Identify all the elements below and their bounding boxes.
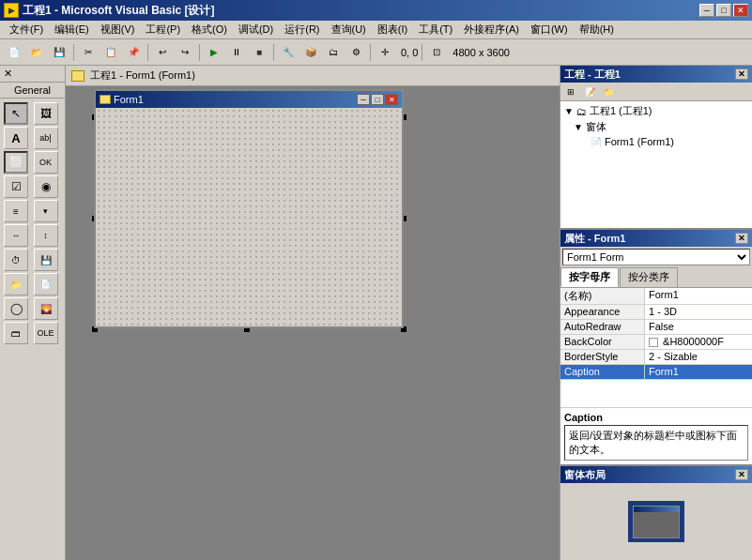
minimize-button[interactable]: ─	[699, 4, 714, 17]
maximize-button[interactable]: □	[716, 4, 731, 17]
toolbar-redo[interactable]: ↪	[175, 42, 195, 63]
tool-drive[interactable]: 💾	[34, 249, 58, 271]
tool-data[interactable]: 🗃	[4, 322, 28, 344]
props-key-backcolor: BackColor	[560, 335, 645, 349]
tool-dirlist[interactable]: 📁	[4, 273, 28, 295]
toolbar-pause[interactable]: ⏸	[226, 42, 247, 63]
tool-timer[interactable]: ⏱	[4, 249, 28, 271]
props-val-borderstyle: 2 - Sizable	[645, 350, 752, 364]
tool-optionbtn[interactable]: ◉	[34, 175, 58, 198]
props-row-caption[interactable]: Caption Form1	[560, 365, 752, 380]
props-row-name[interactable]: (名称) Form1	[560, 288, 752, 305]
menu-edit[interactable]: 编辑(E)	[49, 21, 95, 38]
tab-alphabetical[interactable]: 按字母序	[560, 267, 619, 287]
menu-query[interactable]: 查询(U)	[326, 21, 372, 38]
tab-category[interactable]: 按分类序	[620, 267, 678, 287]
tool-pointer[interactable]: ↖	[4, 102, 28, 125]
tool-listbox[interactable]: ≡	[4, 200, 28, 222]
tool-frame[interactable]: ⬜	[4, 151, 28, 174]
tree-forms-folder[interactable]: ▼ 窗体	[562, 119, 750, 135]
toolbar-sep5	[370, 44, 371, 61]
toolbar-run[interactable]: ▶	[204, 42, 224, 63]
project-close-btn[interactable]: ✕	[735, 68, 748, 80]
toolbox-grid: ↖ 🖼 A ab| ⬜ OK ☑ ◉ ≡ ▾ ↔ ↕ ⏱ 💾 📁 📄 ◯ 🌄 🗃…	[0, 98, 65, 348]
toolbar-btn7[interactable]: 🗂	[323, 42, 344, 63]
project-tb-view-code[interactable]: 📝	[581, 84, 598, 99]
tool-commandbtn[interactable]: OK	[34, 151, 58, 174]
props-row-autoredraw[interactable]: AutoRedraw False	[560, 320, 752, 335]
tool-hscroll[interactable]: ↔	[4, 224, 28, 247]
project-tb-view-object[interactable]: ⊞	[562, 84, 579, 99]
toolbar-coord: 0, 0	[401, 47, 418, 58]
menu-help[interactable]: 帮助(H)	[574, 21, 620, 38]
tree-form1-label: Form1 (Form1)	[605, 136, 674, 147]
toolbar-crosshair[interactable]: ✛	[375, 42, 395, 63]
props-selector-dropdown[interactable]: Form1 Form	[562, 249, 750, 265]
form-title-buttons: ─ □ ✕	[357, 94, 398, 105]
title-bar-buttons: ─ □ ✕	[699, 4, 748, 17]
toolbox-title: ✕	[4, 68, 12, 80]
toolbar-copy[interactable]: 📋	[100, 42, 121, 63]
toolbar-btn6[interactable]: 📦	[300, 42, 321, 63]
toolbox-label[interactable]: General	[0, 83, 65, 98]
tool-textbox[interactable]: ab|	[34, 127, 58, 149]
tool-filelist[interactable]: 📄	[34, 273, 58, 295]
tool-ole[interactable]: OLE	[34, 322, 58, 344]
menu-chart[interactable]: 图表(I)	[372, 21, 413, 38]
toolbar-btn8[interactable]: ⚙	[345, 42, 366, 63]
props-val-autoredraw: False	[645, 320, 752, 334]
tool-label[interactable]: A	[4, 127, 28, 149]
menu-format[interactable]: 格式(O)	[186, 21, 233, 38]
props-row-borderstyle[interactable]: BorderStyle 2 - Sizable	[560, 350, 752, 365]
size-label: 4800 x 3600	[453, 47, 510, 58]
designer-area[interactable]: 工程1 - Form1 (Form1) Form1 ─ □ ✕	[66, 66, 560, 560]
props-row-backcolor[interactable]: BackColor &H8000000F	[560, 335, 752, 350]
toolbar-sep2	[147, 44, 148, 61]
form-max-btn[interactable]: □	[371, 94, 384, 105]
layout-panel: 窗体布局 ✕	[560, 466, 752, 560]
project-panel: 工程 - 工程1 ✕ ⊞ 📝 📁 ▼ 🗂 工程1 (工程1) ▼ 窗体	[560, 66, 752, 230]
form-content[interactable]	[96, 108, 402, 326]
tree-project-root[interactable]: ▼ 🗂 工程1 (工程1)	[562, 103, 750, 119]
props-close-btn[interactable]: ✕	[735, 233, 748, 244]
layout-close-btn[interactable]: ✕	[735, 469, 748, 480]
menu-addins[interactable]: 外接程序(A)	[458, 21, 525, 38]
menu-tools[interactable]: 工具(T)	[413, 21, 458, 38]
project-tb-toggle-folder[interactable]: 📁	[600, 84, 617, 99]
app-icon: ▶	[4, 3, 19, 18]
menu-run[interactable]: 运行(R)	[279, 21, 325, 38]
layout-content	[560, 483, 752, 560]
menu-file[interactable]: 文件(F)	[4, 21, 49, 38]
props-val-appearance: 1 - 3D	[645, 305, 752, 319]
toolbar-btn5[interactable]: 🔧	[278, 42, 299, 63]
toolbar-stop[interactable]: ■	[249, 42, 269, 63]
toolbar-undo[interactable]: ↩	[152, 42, 173, 63]
caption-property-title: Caption	[564, 412, 748, 423]
form-window[interactable]: Form1 ─ □ ✕	[94, 89, 404, 328]
tool-vscroll[interactable]: ↕	[34, 224, 58, 247]
tool-combobox[interactable]: ▾	[34, 200, 58, 222]
toolbar-cut[interactable]: ✂	[78, 42, 99, 63]
menu-bar: 文件(F) 编辑(E) 视图(V) 工程(P) 格式(O) 调试(D) 运行(R…	[0, 21, 752, 39]
menu-debug[interactable]: 调试(D)	[233, 21, 279, 38]
tool-image[interactable]: 🌄	[34, 297, 58, 320]
menu-window[interactable]: 窗口(W)	[525, 21, 574, 38]
tree-form-icon: 📄	[591, 137, 602, 147]
close-button[interactable]: ✕	[733, 4, 748, 17]
project-tree[interactable]: ▼ 🗂 工程1 (工程1) ▼ 窗体 📄 Form1 (Form1)	[560, 101, 752, 228]
form-min-btn[interactable]: ─	[357, 94, 370, 105]
menu-view[interactable]: 视图(V)	[95, 21, 141, 38]
form-close-btn[interactable]: ✕	[385, 94, 398, 105]
props-val-backcolor: &H8000000F	[645, 335, 752, 349]
tool-shape[interactable]: ◯	[4, 297, 28, 320]
toolbar-new[interactable]: 📄	[4, 42, 24, 63]
toolbar-paste[interactable]: 📌	[123, 42, 144, 63]
layout-form-preview	[628, 501, 684, 542]
toolbar-open[interactable]: 📂	[26, 42, 47, 63]
toolbar-save[interactable]: 💾	[49, 42, 69, 63]
props-row-appearance[interactable]: Appearance 1 - 3D	[560, 305, 752, 320]
tool-picture[interactable]: 🖼	[34, 102, 58, 125]
menu-project[interactable]: 工程(P)	[140, 21, 186, 38]
tree-form1[interactable]: 📄 Form1 (Form1)	[562, 135, 750, 148]
tool-checkbox[interactable]: ☑	[4, 175, 28, 198]
